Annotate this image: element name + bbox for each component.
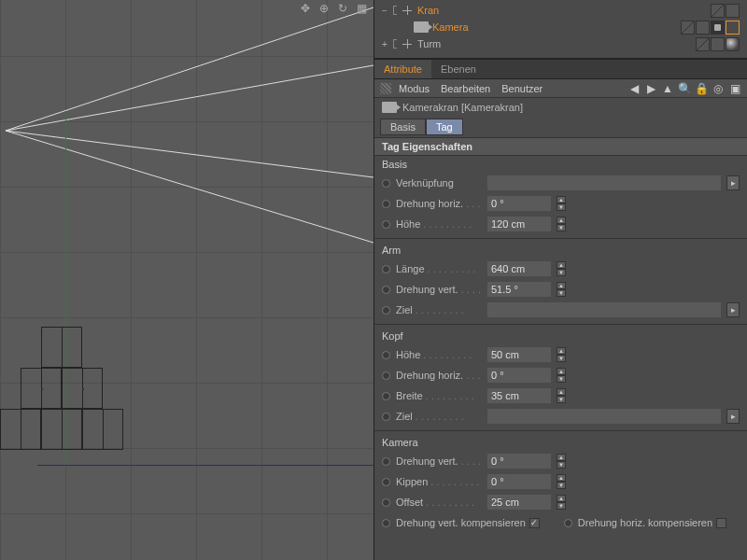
group-kamera: Kamera [374,430,747,451]
viewport-3d[interactable]: ✥ ⊕ ↻ ▦ [0,0,374,560]
menu-benutzer[interactable]: Benutzer [498,83,546,94]
anim-dot[interactable] [382,498,390,507]
menu-modus[interactable]: Modus [395,83,433,94]
link-picker-icon[interactable]: ▸ [726,409,740,424]
param-kippen: Kippen ▲▼ [374,471,747,492]
object-name[interactable]: Kamera [432,21,469,33]
expander-icon[interactable]: + [380,39,389,49]
link-picker-icon[interactable]: ▸ [726,175,740,190]
checkbox-comp-h[interactable] [716,518,726,528]
outliner-row[interactable]: + Turm [374,35,747,52]
spinner[interactable]: ▲▼ [557,261,566,276]
checkbox-comp-v[interactable]: ✓ [529,518,540,528]
value-input[interactable] [487,282,551,297]
material-tag-icon[interactable] [726,37,740,51]
panel-tabs: Attribute Ebenen [374,59,747,79]
anim-dot[interactable] [382,286,390,294]
value-input[interactable] [487,388,551,403]
anim-dot[interactable] [382,306,390,315]
vp-layout-icon[interactable]: ▦ [355,2,368,15]
param-drehung-horiz: Drehung horiz. ▲▼ [374,193,747,214]
object-name[interactable]: Kran [417,5,439,16]
anim-dot[interactable] [382,457,390,466]
param-label: Kippen [396,476,482,487]
anim-dot[interactable] [382,220,390,229]
link-picker-icon[interactable]: ▸ [726,302,740,317]
tag-slot-selected[interactable] [726,21,740,35]
anim-dot[interactable] [382,351,390,359]
spinner[interactable]: ▲▼ [557,454,566,469]
nav-back-icon[interactable]: ◀ [627,82,641,95]
anim-dot[interactable] [382,478,390,486]
expander-icon[interactable]: − [380,6,389,16]
vp-rotate-icon[interactable]: ↻ [336,2,349,15]
spinner[interactable]: ▲▼ [557,196,566,211]
value-input[interactable] [487,261,551,276]
spinner[interactable]: ▲▼ [557,368,566,383]
svg-line-2 [6,131,374,177]
new-window-icon[interactable]: ▣ [728,82,741,95]
subtab-tag[interactable]: Tag [426,119,463,135]
lock-icon[interactable]: 🔒 [695,82,708,95]
group-arm: Arm [374,238,747,259]
spinner[interactable]: ▲▼ [557,282,566,297]
tag-slot[interactable] [696,21,710,35]
search-icon[interactable]: 🔍 [678,82,691,95]
spinner[interactable]: ▲▼ [557,474,566,489]
tag-slot[interactable] [726,4,740,18]
grip-icon[interactable] [380,83,391,94]
outliner-row[interactable]: Kamera [374,19,747,35]
tab-attribute[interactable]: Attribute [374,60,431,78]
anim-dot[interactable] [382,265,390,273]
link-field[interactable] [487,302,721,317]
param-label: Länge [396,263,482,274]
tab-ebenen[interactable]: Ebenen [431,60,486,78]
vp-zoom-icon[interactable]: ⊕ [317,2,331,15]
spinner[interactable]: ▲▼ [557,347,566,362]
outliner-row[interactable]: − Kran [374,2,747,19]
value-input[interactable] [487,474,551,489]
value-input[interactable] [487,196,551,211]
svg-line-1 [6,65,374,131]
value-input[interactable] [487,495,551,510]
anim-dot[interactable] [382,200,390,208]
tag-slot[interactable] [681,21,695,35]
value-input[interactable] [487,368,551,383]
svg-line-3 [6,131,374,243]
param-hoehe: Höhe ▲▼ [374,214,747,234]
outliner[interactable]: − Kran Kamera [374,0,747,59]
value-input[interactable] [487,347,551,362]
target-icon[interactable]: ◎ [712,82,725,95]
anim-dot[interactable] [382,392,390,400]
value-input[interactable] [487,454,551,469]
viewport-toolbar: ✥ ⊕ ↻ ▦ [293,0,374,17]
anim-dot[interactable] [564,519,572,527]
param-label: Ziel [396,304,482,315]
nav-fwd-icon[interactable]: ▶ [644,82,657,95]
spinner[interactable]: ▲▼ [557,217,566,231]
spinner[interactable]: ▲▼ [557,388,566,403]
value-input[interactable] [487,217,551,231]
subtab-basis[interactable]: Basis [380,119,426,135]
tag-slot[interactable] [711,37,725,51]
anim-dot[interactable] [382,519,390,527]
param-offset: Offset ▲▼ [374,492,747,512]
object-name[interactable]: Turm [417,38,441,49]
nav-up-icon[interactable]: ▲ [661,82,674,95]
tag-slot[interactable] [711,4,725,18]
anim-dot[interactable] [382,413,390,421]
param-label: Drehung horiz. [396,370,482,381]
spinner[interactable]: ▲▼ [557,495,566,510]
vp-move-icon[interactable]: ✥ [299,2,312,15]
param-label: Drehung vert. kompensieren [396,517,526,528]
menu-bearbeiten[interactable]: Bearbeiten [437,83,494,94]
link-field[interactable] [487,175,721,190]
anim-dot[interactable] [382,179,390,188]
link-field[interactable] [487,409,721,424]
tag-slot[interactable] [696,37,710,51]
anim-dot[interactable] [382,371,390,380]
param-label: Höhe [396,349,482,360]
section-header: Tag Eigenschaften [374,137,747,156]
param-compensate-row: Drehung vert. kompensieren ✓ Drehung hor… [374,512,747,533]
camera-tag-icon[interactable] [711,21,725,35]
